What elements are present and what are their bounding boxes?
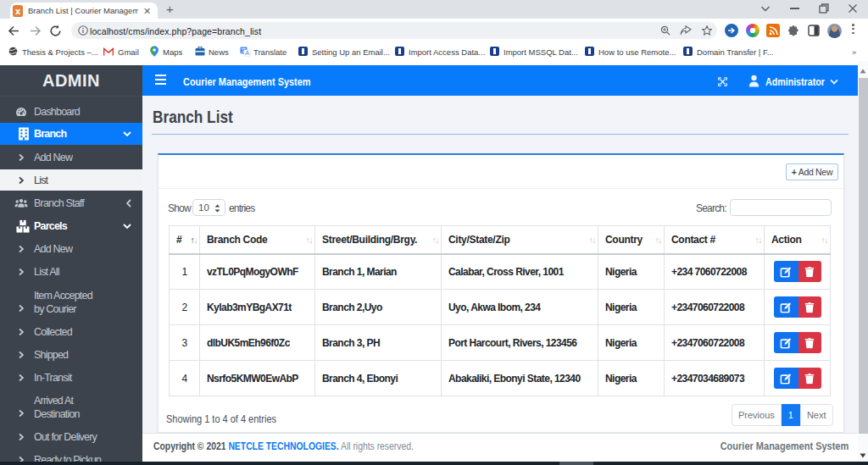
svg-text:A: A: [245, 50, 249, 56]
